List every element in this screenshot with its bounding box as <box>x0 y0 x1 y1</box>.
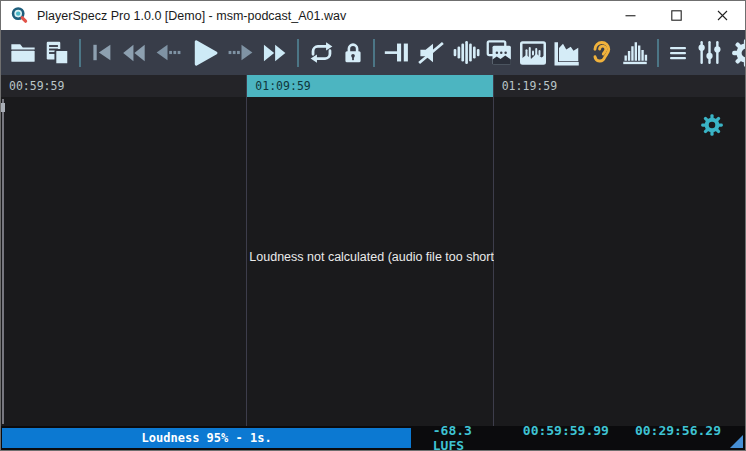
progress-fill: Loudness 95% - 1s. <box>2 428 411 448</box>
panel-left: 00:59:59 <box>1 75 246 426</box>
settings-gear-button[interactable] <box>726 33 746 73</box>
loop-button[interactable] <box>304 33 338 73</box>
loudness-progressbar: Loudness 95% - 1s. <box>2 428 433 448</box>
app-magnifier-icon <box>10 6 29 25</box>
spectrum-view-button[interactable] <box>550 33 584 73</box>
resize-grip[interactable] <box>730 435 743 448</box>
mixer-sliders-button[interactable] <box>692 33 726 73</box>
stop-at-marker-button[interactable] <box>380 33 414 73</box>
close-button[interactable] <box>699 1 745 30</box>
listen-ear-button[interactable] <box>584 33 618 73</box>
panel-right: 01:19:59 <box>494 75 745 426</box>
fast-forward-button[interactable] <box>258 33 292 73</box>
panel-area: 00:59:59 01:09:59 Loudness not calculate… <box>1 75 745 426</box>
panel-left-body[interactable] <box>1 97 246 426</box>
toolbar <box>1 30 745 75</box>
titlebar: PlayerSpecz Pro 1.0.0 [Demo] - msm-podca… <box>1 1 745 30</box>
toolbar-separator <box>79 39 81 67</box>
step-forward-button[interactable] <box>224 33 258 73</box>
panel-right-timestamp[interactable]: 01:19:59 <box>494 75 745 97</box>
app-window: PlayerSpecz Pro 1.0.0 [Demo] - msm-podca… <box>0 0 746 451</box>
progress-label: Loudness 95% - 1s. <box>2 428 411 448</box>
panel-left-timestamp[interactable]: 00:59:59 <box>1 75 246 97</box>
toolbar-separator <box>297 39 299 67</box>
open-folder-button[interactable] <box>6 33 40 73</box>
window-title: PlayerSpecz Pro 1.0.0 [Demo] - msm-podca… <box>37 9 346 23</box>
skip-to-start-button[interactable] <box>86 33 116 73</box>
waveform-windows-button[interactable] <box>482 33 516 73</box>
time-elapsed-readout: 00:59:59.99 <box>523 423 609 451</box>
rewind-button[interactable] <box>116 33 150 73</box>
copy-files-button[interactable] <box>40 33 74 73</box>
menu-button[interactable] <box>664 33 692 73</box>
minimize-button[interactable] <box>607 1 653 30</box>
panel-right-body[interactable] <box>494 97 745 426</box>
lufs-readout: -68.3 LUFS <box>433 423 497 451</box>
panel-settings-gear-icon[interactable] <box>699 112 725 142</box>
left-scrollbar-track[interactable] <box>2 99 4 424</box>
waveform-view-button[interactable] <box>448 33 482 73</box>
mute-button[interactable] <box>414 33 448 73</box>
play-button[interactable] <box>184 33 224 73</box>
waveform-frame-view-button[interactable] <box>516 33 550 73</box>
histogram-view-button[interactable] <box>618 33 652 73</box>
panel-middle-body[interactable]: Loudness not calculated (audio file too … <box>247 97 492 426</box>
loudness-message: Loudness not calculated (audio file too … <box>247 250 492 264</box>
time-remaining-readout: 00:29:56.29 <box>635 423 721 451</box>
maximize-button[interactable] <box>653 1 699 30</box>
panel-middle: 01:09:59 Loudness not calculated (audio … <box>247 75 492 426</box>
lock-button[interactable] <box>338 33 368 73</box>
step-back-button[interactable] <box>150 33 184 73</box>
statusbar: Loudness 95% - 1s. -68.3 LUFS 00:59:59.9… <box>1 426 745 450</box>
toolbar-separator <box>373 39 375 67</box>
left-scrollbar-handle[interactable] <box>1 103 5 112</box>
toolbar-separator <box>657 39 659 67</box>
panel-middle-timestamp[interactable]: 01:09:59 <box>247 75 492 97</box>
